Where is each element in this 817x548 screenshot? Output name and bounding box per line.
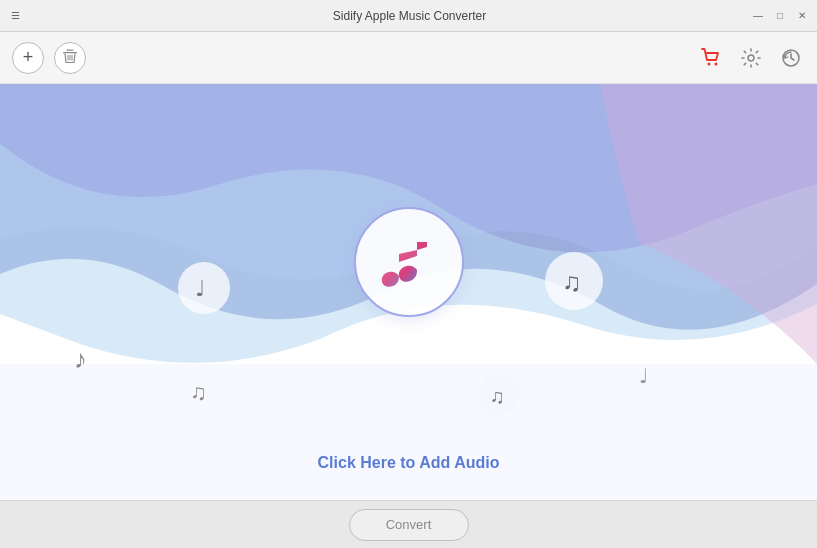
music-icon-circle[interactable] bbox=[354, 207, 464, 317]
toolbar-right bbox=[697, 44, 805, 72]
window-title: Sidify Apple Music Converter bbox=[68, 9, 751, 23]
add-audio-text[interactable]: Click Here to Add Audio bbox=[318, 454, 500, 472]
delete-icon bbox=[62, 48, 78, 67]
svg-point-5 bbox=[708, 62, 711, 65]
svg-rect-0 bbox=[63, 52, 77, 53]
convert-button[interactable]: Convert bbox=[349, 509, 469, 541]
minimize-button[interactable]: — bbox=[751, 9, 765, 23]
cart-button[interactable] bbox=[697, 44, 725, 72]
settings-button[interactable] bbox=[737, 44, 765, 72]
add-button[interactable]: + bbox=[12, 42, 44, 74]
hamburger-icon[interactable]: ☰ bbox=[8, 9, 22, 23]
toolbar-left: + bbox=[12, 42, 86, 74]
apple-music-icon bbox=[375, 228, 443, 296]
toolbar: + bbox=[0, 32, 817, 84]
history-button[interactable] bbox=[777, 44, 805, 72]
svg-point-6 bbox=[715, 62, 718, 65]
svg-rect-1 bbox=[67, 50, 74, 51]
delete-button[interactable] bbox=[54, 42, 86, 74]
close-button[interactable]: ✕ bbox=[795, 9, 809, 23]
center-area[interactable]: Click Here to Add Audio bbox=[0, 84, 817, 500]
maximize-button[interactable]: □ bbox=[773, 9, 787, 23]
window-controls-left: ☰ bbox=[8, 9, 68, 23]
main-content[interactable]: ♩ ♫ ♪ ♫ ♫ ♩ bbox=[0, 84, 817, 500]
title-bar: ☰ Sidify Apple Music Converter — □ ✕ bbox=[0, 0, 817, 32]
svg-point-7 bbox=[748, 55, 754, 61]
add-icon: + bbox=[23, 47, 34, 68]
bottom-bar: Convert bbox=[0, 500, 817, 548]
window-controls-right: — □ ✕ bbox=[751, 9, 809, 23]
